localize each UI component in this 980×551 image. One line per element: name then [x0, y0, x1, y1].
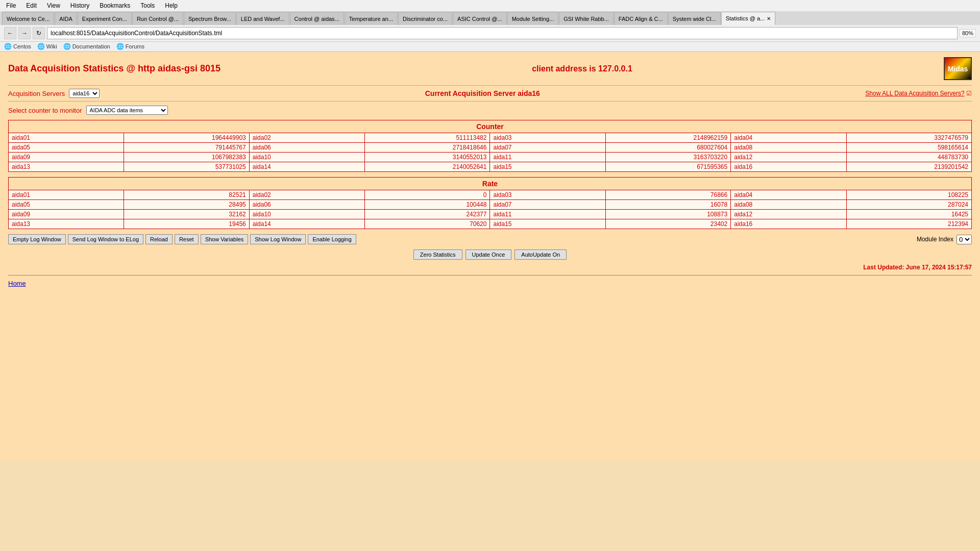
- table-cell-value: 76866: [605, 190, 730, 200]
- bookmarks-bar: Centos Wiki Documentation Forums: [0, 42, 980, 52]
- tab-close-icon[interactable]: ✕: [767, 16, 771, 21]
- menu-bookmarks[interactable]: Bookmarks: [97, 1, 132, 10]
- table-row: aida07: [490, 143, 605, 153]
- table-cell-value: 242377: [365, 210, 490, 219]
- tab-experiment[interactable]: Experiment Con...: [78, 12, 132, 25]
- bookmark-forums[interactable]: Forums: [116, 43, 144, 50]
- home-link[interactable]: Home: [8, 280, 26, 287]
- menu-edit[interactable]: Edit: [24, 1, 39, 10]
- tabs-bar: Welcome to Ce... AIDA Experiment Con... …: [0, 12, 980, 25]
- table-row: aida14: [249, 219, 364, 229]
- module-index-row: Module Index 0 1 2 3: [917, 235, 972, 244]
- client-address: client address is 127.0.0.1: [532, 64, 632, 73]
- menu-file[interactable]: File: [4, 1, 18, 10]
- table-row: aida01: [9, 190, 124, 200]
- menu-history[interactable]: History: [68, 1, 91, 10]
- table-row: aida03: [490, 133, 605, 143]
- menu-view[interactable]: View: [45, 1, 62, 10]
- module-index-label: Module Index: [917, 236, 953, 243]
- table-cell-value: 70620: [365, 219, 490, 229]
- table-cell-value: 16425: [846, 210, 971, 219]
- tab-asic[interactable]: ASIC Control @...: [453, 12, 507, 25]
- forward-button[interactable]: →: [18, 27, 31, 39]
- table-row: aida08: [731, 143, 846, 153]
- show-variables-button[interactable]: Show Variables: [201, 234, 249, 244]
- table-cell-value: 680027604: [605, 143, 730, 153]
- tab-temperature[interactable]: Temperature an...: [345, 12, 398, 25]
- table-cell-value: 100448: [365, 200, 490, 210]
- show-all-link[interactable]: Show ALL Data Acquisition Servers? ☑: [865, 90, 972, 97]
- tab-spectrum[interactable]: Spectrum Brow...: [184, 12, 236, 25]
- auto-update-button[interactable]: AutoUpdate On: [514, 249, 567, 260]
- zoom-level: 80%: [960, 29, 976, 37]
- counter-monitor-select[interactable]: AIDA ADC data items: [86, 106, 168, 115]
- back-button[interactable]: ←: [4, 27, 16, 39]
- table-cell-value: 16078: [605, 200, 730, 210]
- table-row: aida09: [9, 210, 124, 219]
- tab-module[interactable]: Module Setting...: [507, 12, 559, 25]
- table-row: aida16: [731, 162, 846, 172]
- table-cell-value: 287024: [846, 200, 971, 210]
- tab-control[interactable]: Control @ aidas...: [290, 12, 344, 25]
- bookmark-centos[interactable]: Centos: [4, 43, 31, 50]
- tab-discriminator[interactable]: Discriminator co...: [398, 12, 452, 25]
- table-cell-value: 108873: [605, 210, 730, 219]
- update-once-button[interactable]: Update Once: [465, 249, 512, 260]
- tab-run-control[interactable]: Run Control @...: [132, 12, 183, 25]
- reload-page-button[interactable]: Reload: [145, 234, 173, 244]
- tab-led[interactable]: LED and Wavef...: [236, 12, 289, 25]
- table-cell-value: 212394: [846, 219, 971, 229]
- table-cell-value: 32162: [124, 210, 249, 219]
- counter-table: aida011964449903aida02511113482aida03214…: [8, 133, 972, 172]
- page-title: Data Acquisition Statistics @ http aidas…: [8, 63, 220, 74]
- bookmark-documentation[interactable]: Documentation: [63, 43, 110, 50]
- table-row: aida10: [249, 153, 364, 162]
- acq-server-select[interactable]: aida16: [69, 89, 100, 98]
- table-row: aida06: [249, 200, 364, 210]
- zero-statistics-button[interactable]: Zero Statistics: [413, 249, 462, 260]
- home-link-container: Home: [8, 280, 972, 287]
- table-row: aida15: [490, 219, 605, 229]
- tab-aida[interactable]: AIDA: [55, 12, 77, 25]
- reload-button[interactable]: ↻: [33, 27, 45, 39]
- module-index-select[interactable]: 0 1 2 3: [957, 235, 972, 244]
- table-row: aida08: [731, 200, 846, 210]
- tab-system-wide[interactable]: System wide Cl...: [668, 12, 721, 25]
- table-cell-value: 2718418646: [365, 143, 490, 153]
- bookmark-wiki[interactable]: Wiki: [37, 43, 57, 50]
- divider: [8, 275, 972, 276]
- empty-log-button[interactable]: Empty Log Window: [8, 234, 66, 244]
- table-row: aida04: [731, 190, 846, 200]
- menu-tools[interactable]: Tools: [138, 1, 157, 10]
- table-row: aida12: [731, 210, 846, 219]
- current-server-label: Current Acquisition Server aida16: [425, 89, 540, 97]
- table-row: aida11: [490, 210, 605, 219]
- table-row: aida14: [249, 162, 364, 172]
- counter-monitor-label: Select counter to monitor: [8, 107, 82, 114]
- tab-fadc[interactable]: FADC Align & C...: [614, 12, 668, 25]
- table-cell-value: 1964449903: [124, 133, 249, 143]
- table-row: aida16: [731, 219, 846, 229]
- url-bar[interactable]: [47, 27, 958, 39]
- table-row: aida15: [490, 162, 605, 172]
- tab-statistics[interactable]: Statistics @ a... ✕: [721, 12, 776, 25]
- midas-logo: Midas: [944, 57, 972, 80]
- send-log-button[interactable]: Send Log Window to ELog: [68, 234, 143, 244]
- table-row: aida03: [490, 190, 605, 200]
- table-cell-value: 537731025: [124, 162, 249, 172]
- reset-button[interactable]: Reset: [175, 234, 199, 244]
- table-cell-value: 671595365: [605, 162, 730, 172]
- menu-help[interactable]: Help: [163, 1, 180, 10]
- buttons-row: Empty Log Window Send Log Window to ELog…: [8, 234, 972, 244]
- enable-logging-button[interactable]: Enable Logging: [308, 234, 356, 244]
- show-log-button[interactable]: Show Log Window: [250, 234, 306, 244]
- tab-gsi-white[interactable]: GSI White Rabb...: [559, 12, 614, 25]
- table-cell-value: 28495: [124, 200, 249, 210]
- table-row: aida07: [490, 200, 605, 210]
- table-row: aida13: [9, 219, 124, 229]
- acq-server-label: Acquisition Servers: [8, 90, 65, 97]
- tab-welcome[interactable]: Welcome to Ce...: [2, 12, 54, 25]
- table-cell-value: 1067982383: [124, 153, 249, 162]
- table-cell-value: 598165614: [846, 143, 971, 153]
- table-row: aida02: [249, 133, 364, 143]
